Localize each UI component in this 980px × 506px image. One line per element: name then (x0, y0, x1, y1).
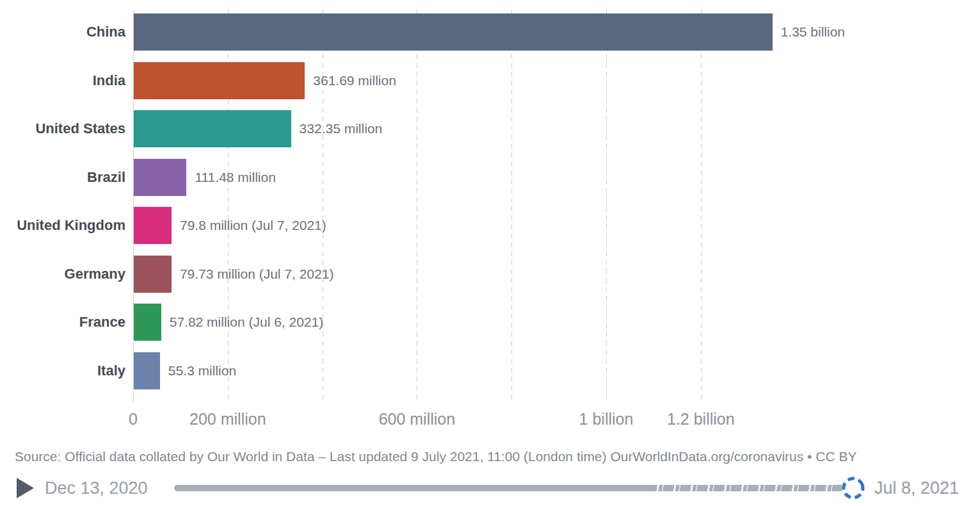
value-label: 361.69 million (313, 62, 396, 99)
value-label: 332.35 million (300, 110, 383, 147)
value-label: 111.48 million (195, 159, 275, 196)
play-icon (17, 478, 34, 498)
timeline-slider-track[interactable] (174, 485, 854, 491)
country-label[interactable]: Brazil (0, 159, 125, 196)
bar[interactable] (134, 256, 172, 293)
country-label[interactable]: France (0, 304, 125, 341)
bar[interactable] (134, 13, 773, 51)
slider-ghost-artifact (653, 485, 839, 491)
country-label[interactable]: Germany (0, 256, 125, 293)
bar[interactable] (134, 159, 186, 196)
bar[interactable] (134, 110, 291, 147)
bar[interactable] (134, 304, 161, 341)
country-label[interactable]: United States (0, 110, 125, 147)
play-button[interactable] (17, 477, 38, 500)
x-tick-label: 200 million (189, 410, 266, 428)
value-label: 55.3 million (168, 352, 236, 389)
country-label[interactable]: China (0, 13, 125, 51)
x-tick-label: 600 million (379, 410, 456, 428)
x-tick-label: 1 billion (579, 410, 634, 428)
bar-row: United States332.35 million (0, 110, 980, 147)
plot-area: China1.35 billionIndia361.69 millionUnit… (0, 0, 980, 442)
x-tick-label: 0 (129, 410, 138, 428)
bar-row: United Kingdom79.8 million (Jul 7, 2021) (0, 207, 980, 244)
bar[interactable] (134, 352, 160, 389)
bar-row: France57.82 million (Jul 6, 2021) (0, 304, 980, 341)
bar[interactable] (134, 207, 172, 244)
timeline-start-date: Dec 13, 2020 (45, 478, 148, 498)
bar[interactable] (134, 62, 305, 99)
source-attribution: Source: Official data collated by Our Wo… (15, 449, 975, 464)
country-label[interactable]: United Kingdom (0, 207, 125, 244)
country-label[interactable]: Italy (0, 352, 125, 389)
x-tick-label: 1.2 billion (667, 410, 735, 428)
value-label: 57.82 million (Jul 6, 2021) (170, 304, 323, 341)
value-label: 79.8 million (Jul 7, 2021) (180, 207, 326, 244)
value-label: 1.35 billion (781, 13, 845, 51)
timeline-control: Dec 13, 2020 Jul 8, 2021 (0, 471, 980, 506)
bar-row: India361.69 million (0, 62, 980, 99)
value-label: 79.73 million (Jul 7, 2021) (180, 256, 333, 293)
timeline-end-date: Jul 8, 2021 (874, 478, 959, 498)
country-label[interactable]: India (0, 62, 125, 99)
bar-row: China1.35 billion (0, 13, 980, 51)
bar-row: Italy55.3 million (0, 352, 980, 389)
owid-vaccination-bar-chart: China1.35 billionIndia361.69 millionUnit… (0, 0, 980, 506)
bar-row: Brazil111.48 million (0, 159, 980, 196)
bar-row: Germany79.73 million (Jul 7, 2021) (0, 256, 980, 293)
loading-spinner-icon (839, 474, 867, 502)
